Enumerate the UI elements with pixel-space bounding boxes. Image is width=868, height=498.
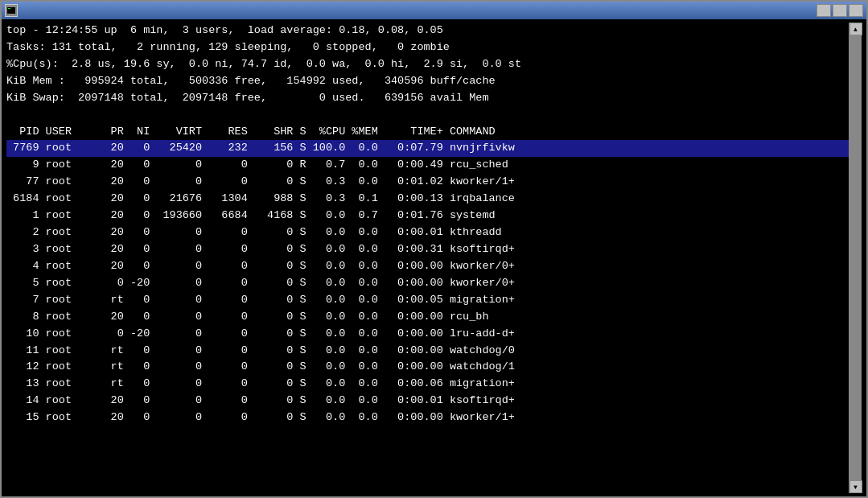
status-line <box>6 107 849 124</box>
close-button[interactable] <box>849 4 863 17</box>
table-row: 14 root 20 0 0 0 0 S 0.0 0.0 0:00.01 kso… <box>6 393 849 410</box>
table-row: 2 root 20 0 0 0 0 S 0.0 0.0 0:00.01 kthr… <box>6 224 849 241</box>
scrollbar[interactable]: ▲ ▼ <box>849 23 862 493</box>
table-row: 8 root 20 0 0 0 0 S 0.0 0.0 0:00.00 rcu_… <box>6 309 849 326</box>
table-row: 4 root 20 0 0 0 0 S 0.0 0.0 0:00.00 kwor… <box>6 258 849 275</box>
status-line: Tasks: 131 total, 2 running, 129 sleepin… <box>6 39 849 56</box>
table-row: 7769 root 20 0 25420 232 156 S 100.0 0.0… <box>6 140 849 157</box>
table-row: 3 root 20 0 0 0 0 S 0.0 0.0 0:00.31 ksof… <box>6 241 849 258</box>
table-row: 9 root 20 0 0 0 0 R 0.7 0.0 0:00.49 rcu_… <box>6 157 849 174</box>
scroll-track <box>849 35 862 480</box>
table-row: 77 root 20 0 0 0 0 S 0.3 0.0 0:01.02 kwo… <box>6 174 849 191</box>
scroll-down-arrow[interactable]: ▼ <box>849 480 862 493</box>
table-row: 13 root rt 0 0 0 0 S 0.0 0.0 0:00.06 mig… <box>6 376 849 393</box>
status-line: KiB Swap: 2097148 total, 2097148 free, 0… <box>6 90 849 107</box>
table-row: 5 root 0 -20 0 0 0 S 0.0 0.0 0:00.00 kwo… <box>6 275 849 292</box>
status-line: %Cpu(s): 2.8 us, 19.6 sy, 0.0 ni, 74.7 i… <box>6 56 849 73</box>
scroll-up-arrow[interactable]: ▲ <box>849 23 862 35</box>
table-row: 7 root rt 0 0 0 0 S 0.0 0.0 0:00.05 migr… <box>6 292 849 309</box>
maximize-button[interactable] <box>833 4 847 17</box>
terminal-window: top - 12:24:55 up 6 min, 3 users, load a… <box>0 0 868 498</box>
title-bar-left <box>5 4 21 17</box>
table-row: 15 root 20 0 0 0 0 S 0.0 0.0 0:00.00 kwo… <box>6 410 849 426</box>
table-row: 10 root 0 -20 0 0 0 S 0.0 0.0 0:00.00 lr… <box>6 326 849 343</box>
terminal-icon <box>5 4 18 17</box>
status-line: KiB Mem : 995924 total, 500336 free, 154… <box>6 73 849 90</box>
table-row: 6184 root 20 0 21676 1304 988 S 0.3 0.1 … <box>6 191 849 208</box>
terminal-content: top - 12:24:55 up 6 min, 3 users, load a… <box>6 23 849 493</box>
table-row: 11 root rt 0 0 0 0 S 0.0 0.0 0:00.00 wat… <box>6 343 849 360</box>
minimize-button[interactable] <box>817 4 831 17</box>
terminal-body: top - 12:24:55 up 6 min, 3 users, load a… <box>2 19 866 496</box>
column-header: PID USER PR NI VIRT RES SHR S %CPU %MEM … <box>6 124 849 141</box>
status-line: top - 12:24:55 up 6 min, 3 users, load a… <box>6 23 849 39</box>
title-bar <box>2 2 866 19</box>
table-row: 12 root rt 0 0 0 0 S 0.0 0.0 0:00.00 wat… <box>6 359 849 376</box>
svg-rect-2 <box>8 8 10 9</box>
table-row: 1 root 20 0 193660 6684 4168 S 0.0 0.7 0… <box>6 208 849 224</box>
window-controls <box>817 4 863 17</box>
